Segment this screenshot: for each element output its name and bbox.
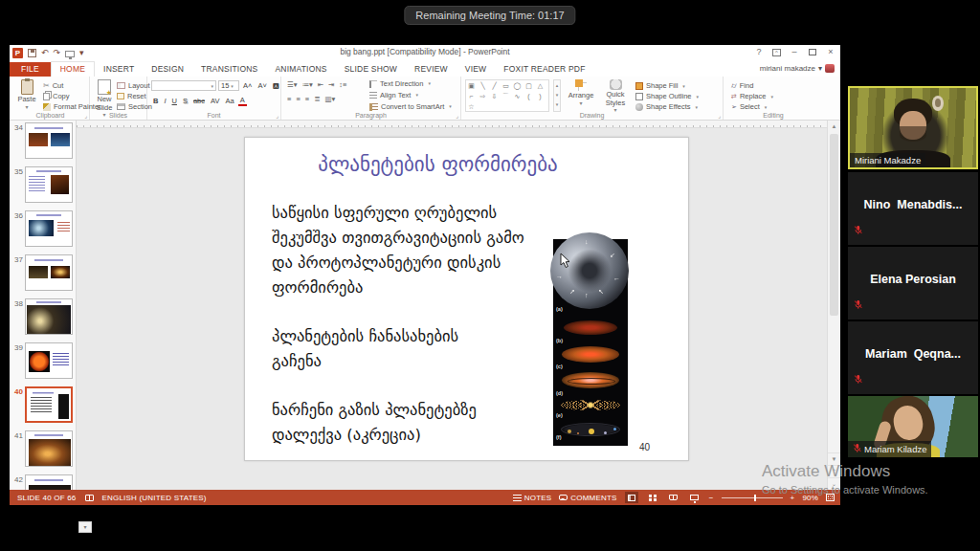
- align-center-button[interactable]: ≡: [295, 95, 301, 103]
- shape-outline-button[interactable]: Shape Outline▾: [635, 91, 699, 101]
- shadow-button[interactable]: S: [181, 97, 189, 105]
- scribble-icon[interactable]: ∿: [513, 92, 522, 101]
- rect-icon[interactable]: ▭: [501, 81, 510, 91]
- ribbon-display-options-button[interactable]: ^: [772, 49, 781, 56]
- decrease-font-size-button[interactable]: A˅: [256, 81, 268, 90]
- scrollbar-thumb[interactable]: [830, 134, 838, 316]
- bullets-button[interactable]: ☰▾: [286, 80, 299, 89]
- rounded-rect-icon[interactable]: ▢: [524, 81, 533, 91]
- shape-gallery[interactable]: ▣╲╱▭◯▢△⌐⇨⇩⌒∿()☆: [465, 79, 549, 112]
- paren-left-icon[interactable]: (: [524, 92, 533, 101]
- next-slide-button[interactable]: ⌄: [828, 477, 840, 490]
- ribbon-tab-slide-show[interactable]: SLIDE SHOW: [336, 62, 406, 77]
- slide-sorter-view-button[interactable]: [646, 492, 659, 503]
- fit-slide-to-window-button[interactable]: [826, 494, 835, 501]
- zoom-slider[interactable]: [722, 497, 783, 498]
- thumbnail-panel-collapse-button[interactable]: ▾: [78, 521, 92, 533]
- arc-icon[interactable]: ⌒: [501, 92, 510, 101]
- participant-tile-elena-perosian[interactable]: Elena Perosian: [848, 247, 978, 320]
- drawing-dialog-launcher[interactable]: ⌟: [718, 112, 721, 119]
- quick-styles-button[interactable]: Quick Styles ▾: [599, 79, 632, 114]
- bold-button[interactable]: B: [151, 97, 160, 105]
- participant-tile-nino-menabdis[interactable]: Nino Menabdis...: [848, 172, 978, 245]
- shape-effects-button[interactable]: Shape Effects▾: [635, 101, 699, 112]
- replace-button[interactable]: ⇄Replace▾: [731, 91, 773, 101]
- increase-font-size-button[interactable]: A˄: [241, 81, 254, 90]
- zoom-in-button[interactable]: +: [791, 494, 795, 502]
- ribbon-tab-review[interactable]: REVIEW: [406, 62, 457, 77]
- strikethrough-button[interactable]: abc: [191, 97, 207, 105]
- slide-thumbnail-34[interactable]: [25, 122, 73, 159]
- align-left-button[interactable]: ≡: [286, 95, 292, 103]
- ribbon-tab-view[interactable]: VIEW: [457, 62, 496, 77]
- star-icon[interactable]: ☆: [467, 102, 476, 112]
- select-button[interactable]: ➢Select▾: [731, 101, 773, 112]
- font-dialog-launcher[interactable]: ⌟: [276, 112, 278, 119]
- justify-button[interactable]: ≣: [313, 95, 321, 103]
- slide-thumbnail-36[interactable]: [25, 210, 73, 247]
- zoom-level[interactable]: 90%: [802, 494, 818, 502]
- previous-slide-button[interactable]: ⌃: [828, 465, 840, 477]
- language-indicator[interactable]: ENGLISH (UNITED STATES): [102, 494, 207, 502]
- ribbon-tab-insert[interactable]: INSERT: [95, 62, 143, 77]
- align-right-button[interactable]: ≡: [304, 95, 310, 103]
- font-name-input[interactable]: ▾: [151, 80, 216, 91]
- slide-thumbnail-37[interactable]: [25, 254, 73, 291]
- triangle-icon[interactable]: △: [536, 81, 545, 91]
- zoom-slider-thumb[interactable]: [754, 495, 756, 501]
- numbering-button[interactable]: ≔▾: [301, 80, 314, 89]
- comments-button[interactable]: COMMENTS: [559, 494, 616, 502]
- columns-button[interactable]: ▥▾: [323, 95, 336, 103]
- arrange-button[interactable]: Arrange ▾: [565, 79, 597, 107]
- scroll-up-icon[interactable]: ▲: [828, 121, 840, 132]
- slide-thumbnail-42[interactable]: [25, 474, 73, 490]
- ribbon-tab-foxit-reader-pdf[interactable]: FOXIT READER PDF: [495, 62, 593, 77]
- ribbon-tab-design[interactable]: DESIGN: [143, 62, 192, 77]
- participant-tile-mariam-kiladze[interactable]: Mariam Kiladze: [848, 396, 978, 457]
- oval-icon[interactable]: ◯: [513, 81, 522, 91]
- minimize-button[interactable]: –: [787, 45, 802, 59]
- restore-button[interactable]: [809, 49, 816, 55]
- vertical-scrollbar[interactable]: ▲ ▼ ⌃ ⌄: [827, 121, 840, 490]
- normal-view-button[interactable]: [625, 492, 638, 503]
- zoom-out-button[interactable]: −: [709, 494, 714, 502]
- line-icon[interactable]: ╲: [479, 81, 487, 91]
- scroll-down-icon[interactable]: ▼: [828, 452, 840, 465]
- italic-button[interactable]: I: [162, 97, 167, 105]
- current-slide[interactable]: პლანეტების ფორმირება საწყისი სფერული ღრუ…: [244, 137, 689, 461]
- find-button[interactable]: ⌭Find: [731, 80, 773, 91]
- change-case-button[interactable]: Aa: [224, 97, 236, 105]
- slide-thumbnail-40[interactable]: [25, 386, 73, 423]
- paragraph-dialog-launcher[interactable]: ⌟: [456, 112, 458, 119]
- slide-thumbnail-38[interactable]: [25, 298, 73, 335]
- close-button[interactable]: ×: [823, 45, 838, 59]
- select-icon[interactable]: ▣: [467, 81, 476, 91]
- slide-thumbnail-39[interactable]: [25, 342, 73, 379]
- font-color-button[interactable]: A: [238, 96, 247, 106]
- reading-view-button[interactable]: [667, 492, 680, 503]
- ribbon-tab-home[interactable]: HOME: [51, 61, 95, 77]
- decrease-indent-button[interactable]: ⇤: [317, 80, 324, 89]
- character-spacing-button[interactable]: AV: [209, 97, 221, 105]
- account-menu[interactable]: miriani makadze ▾: [760, 64, 835, 73]
- participant-tile-miriani-makadze[interactable]: Miriani Makadze: [848, 86, 978, 169]
- shape-gallery-scroll[interactable]: ▴▾▾: [553, 79, 561, 112]
- block-arrow-right-icon[interactable]: ⇨: [479, 92, 487, 101]
- help-button[interactable]: ?: [751, 45, 767, 59]
- spellcheck-book-icon[interactable]: [85, 495, 94, 501]
- ribbon-tab-animations[interactable]: ANIMATIONS: [266, 62, 335, 77]
- slideshow-view-button[interactable]: [688, 492, 702, 503]
- text-direction-button[interactable]: Text Direction▾: [369, 78, 452, 90]
- notes-button[interactable]: NOTES: [513, 494, 552, 502]
- paste-button[interactable]: Paste ▾: [12, 79, 41, 111]
- line2-icon[interactable]: ╱: [490, 81, 499, 91]
- participant-tile-mariam-qeqna[interactable]: Mariam Qeqna...: [848, 321, 978, 394]
- slide-thumbnail-35[interactable]: [25, 166, 73, 203]
- shape-fill-button[interactable]: Shape Fill▾: [635, 80, 699, 91]
- underline-button[interactable]: U: [170, 97, 179, 105]
- font-size-input[interactable]: 15▾: [218, 80, 239, 91]
- clipboard-dialog-launcher[interactable]: ⌟: [84, 112, 87, 119]
- clear-formatting-button[interactable]: 🅰: [271, 81, 281, 91]
- ribbon-tab-transitions[interactable]: TRANSITIONS: [192, 62, 266, 77]
- increase-indent-button[interactable]: ⇥: [327, 80, 335, 89]
